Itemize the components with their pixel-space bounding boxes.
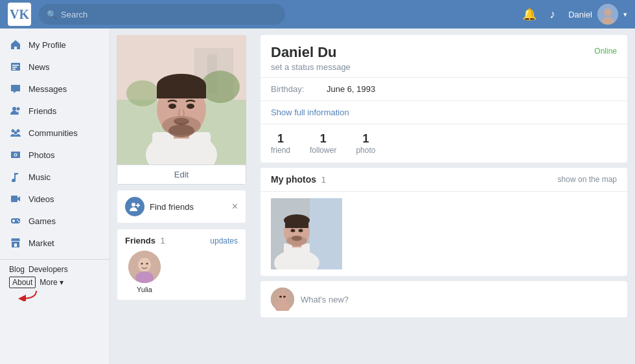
friends-count: 1	[161, 236, 165, 245]
find-friends-close[interactable]: ×	[232, 201, 238, 212]
header-username: Daniel	[568, 10, 592, 19]
show-full-info[interactable]: Show full information	[260, 101, 627, 124]
svg-point-46	[141, 263, 143, 265]
whats-new-card: What's new?	[260, 281, 627, 317]
stat-friends[interactable]: 1 friend	[271, 132, 290, 155]
photos-section-card: My photos 1 show on the map	[260, 168, 627, 276]
stat-followers[interactable]: 1 follower	[310, 132, 336, 155]
sidebar-item-communities[interactable]: Communities	[0, 122, 110, 144]
more-link[interactable]: More ▾	[40, 278, 64, 287]
whats-new-input[interactable]: What's new?	[301, 295, 617, 304]
svg-point-11	[14, 131, 17, 135]
birthday-row: Birthday: June 6, 1993	[260, 78, 627, 101]
notification-icon[interactable]: 🔔	[522, 7, 537, 21]
friends-header: Friends 1 updates	[125, 236, 238, 245]
svg-rect-4	[12, 65, 19, 66]
post-avatar	[271, 288, 294, 311]
svg-point-10	[17, 130, 20, 133]
friends-list: Yulia	[125, 251, 238, 293]
dropdown-icon[interactable]: ▾	[623, 10, 627, 19]
sidebar: My Profile News Messages Friends Communi…	[0, 28, 110, 364]
profile-name-header: Online Daniel Du set a status message	[260, 35, 627, 78]
friend-name: Yulia	[137, 286, 152, 293]
search-placeholder: Search	[61, 10, 87, 19]
svg-point-36	[168, 104, 176, 109]
svg-point-40	[132, 203, 135, 207]
svg-point-8	[17, 108, 20, 111]
sidebar-item-music[interactable]: Music	[0, 166, 110, 188]
profile-info: Online Daniel Du set a status message Bi…	[253, 28, 635, 364]
news-icon	[9, 60, 22, 73]
svg-point-7	[12, 107, 16, 111]
svg-point-37	[187, 104, 194, 109]
main-content: Edit Find friends × Friends 1 updates	[110, 28, 635, 364]
friends-title: Friends	[125, 236, 156, 245]
profile-photo	[117, 35, 246, 165]
svg-rect-15	[11, 196, 17, 202]
profile-column: Edit Find friends × Friends 1 updates	[110, 28, 253, 364]
market-icon	[9, 236, 22, 249]
birthday-label: Birthday:	[271, 84, 316, 94]
photo-thumbnail[interactable]	[271, 198, 342, 269]
sidebar-item-photos[interactable]: Photos	[0, 144, 110, 166]
svg-point-47	[146, 263, 148, 265]
search-bar[interactable]: 🔍 Search	[39, 4, 285, 25]
svg-rect-18	[13, 220, 14, 222]
profile-name-card: Online Daniel Du set a status message Bi…	[260, 35, 627, 163]
svg-rect-21	[14, 244, 17, 247]
svg-rect-5	[12, 67, 17, 68]
games-icon	[9, 214, 22, 227]
find-friends-icon	[125, 197, 144, 216]
communities-icon	[9, 126, 22, 139]
friends-icon	[9, 104, 22, 117]
search-icon: 🔍	[47, 10, 57, 19]
videos-icon	[9, 192, 22, 205]
svg-point-20	[18, 221, 19, 222]
svg-rect-35	[157, 85, 206, 98]
layout: My Profile News Messages Friends Communi…	[0, 28, 635, 364]
svg-point-60	[292, 236, 302, 241]
followers-stat-num: 1	[320, 132, 327, 146]
svg-point-19	[17, 220, 18, 221]
sidebar-item-market[interactable]: Market	[0, 232, 110, 254]
followers-stat-label: follower	[310, 146, 336, 155]
svg-point-64	[279, 296, 282, 298]
svg-point-58	[291, 229, 295, 233]
vk-logo[interactable]: VK	[8, 3, 31, 26]
header-user[interactable]: Daniel ▾	[568, 4, 627, 25]
profile-photo-placeholder	[117, 35, 246, 165]
svg-point-65	[283, 296, 286, 298]
friend-avatar	[128, 251, 161, 283]
photos-stat-label: photo	[356, 146, 375, 155]
find-friends-label: Find friends	[150, 202, 227, 212]
music-icon-sidebar	[9, 170, 22, 183]
sidebar-item-friends[interactable]: Friends	[0, 100, 110, 122]
photos-map-link[interactable]: show on the map	[558, 175, 617, 184]
sidebar-item-news[interactable]: News	[0, 56, 110, 78]
edit-button[interactable]: Edit	[117, 165, 246, 185]
stats-row: 1 friend 1 follower 1 photo	[260, 124, 627, 163]
header: VK 🔍 Search 🔔 ♪ Daniel ▾	[0, 0, 635, 28]
sidebar-item-games[interactable]: Games	[0, 210, 110, 232]
svg-point-27	[201, 71, 240, 103]
svg-point-1	[604, 8, 612, 16]
friends-card: Friends 1 updates	[117, 229, 246, 301]
developers-link[interactable]: Developers	[29, 265, 68, 274]
home-icon	[9, 38, 22, 51]
blog-link[interactable]: Blog	[9, 265, 25, 274]
svg-rect-6	[12, 69, 16, 70]
sidebar-item-videos[interactable]: Videos	[0, 188, 110, 210]
friends-updates[interactable]: updates	[210, 236, 238, 245]
profile-photo-card: Edit	[117, 35, 246, 185]
sidebar-item-my-profile[interactable]: My Profile	[0, 34, 110, 56]
sidebar-item-messages[interactable]: Messages	[0, 78, 110, 100]
stat-photos[interactable]: 1 photo	[356, 132, 375, 155]
about-link[interactable]: About	[9, 277, 36, 288]
svg-point-28	[126, 80, 159, 106]
photos-count: 1	[321, 175, 326, 185]
profile-status[interactable]: set a status message	[271, 62, 617, 72]
music-icon[interactable]: ♪	[549, 8, 555, 21]
friend-item[interactable]: Yulia	[125, 251, 164, 293]
messages-icon	[9, 82, 22, 95]
photos-stat-num: 1	[362, 132, 369, 146]
